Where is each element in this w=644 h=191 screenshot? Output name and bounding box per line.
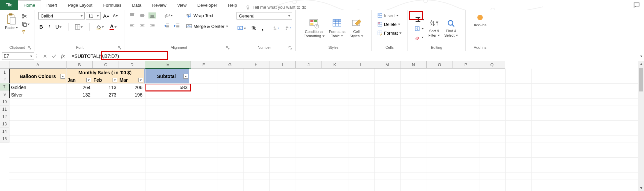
- comma-button[interactable]: ,: [261, 24, 264, 33]
- font-dialog-launcher[interactable]: [117, 45, 122, 50]
- enter-formula-button[interactable]: [51, 53, 57, 59]
- cell-E9[interactable]: [144, 91, 189, 99]
- row-header-12[interactable]: 12: [0, 113, 9, 120]
- format-painter-button[interactable]: [21, 29, 31, 36]
- align-center-button[interactable]: [138, 23, 146, 29]
- row-header-10[interactable]: 10: [0, 98, 9, 106]
- align-top-button[interactable]: [128, 12, 136, 18]
- cell-D7[interactable]: 206: [118, 84, 144, 91]
- shrink-font-button[interactable]: A▼: [112, 13, 119, 19]
- tell-me[interactable]: [246, 5, 326, 10]
- align-right-button[interactable]: [148, 23, 156, 29]
- font-name-combo[interactable]: Calibri: [38, 12, 85, 20]
- hdr-jan[interactable]: Jan: [66, 76, 92, 84]
- align-bottom-button[interactable]: [148, 12, 156, 18]
- cut-button[interactable]: [21, 13, 31, 20]
- vertical-scrollbar[interactable]: [638, 61, 644, 191]
- hdr-mar[interactable]: Mar: [118, 76, 144, 84]
- find-select-button[interactable]: Find & Select: [443, 18, 460, 38]
- col-header-F[interactable]: F: [191, 61, 217, 69]
- row-header-9[interactable]: 9: [0, 91, 9, 98]
- tab-help[interactable]: Help: [223, 1, 243, 10]
- cell-A7[interactable]: Golden: [10, 84, 66, 91]
- col-header-M[interactable]: M: [374, 61, 400, 69]
- cell-A9[interactable]: Silver: [10, 91, 66, 99]
- delete-cells-button[interactable]: Delete: [376, 21, 402, 28]
- sort-filter-button[interactable]: AZ Sort & Filter: [427, 18, 442, 38]
- col-header-P[interactable]: P: [453, 61, 479, 69]
- addins-button[interactable]: Add-ins: [472, 12, 487, 28]
- paste-button[interactable]: Paste: [4, 12, 19, 31]
- col-header-C[interactable]: C: [93, 61, 119, 69]
- cell-E7[interactable]: 583: [144, 84, 189, 91]
- filter-jan[interactable]: [86, 78, 91, 82]
- row-header-2[interactable]: 2: [0, 76, 9, 83]
- col-header-E[interactable]: E: [145, 61, 191, 69]
- row-header-15[interactable]: 15: [0, 135, 9, 143]
- tab-data[interactable]: Data: [127, 1, 146, 10]
- merge-center-button[interactable]: Merge & Center: [185, 23, 229, 30]
- col-header-J[interactable]: J: [296, 61, 322, 69]
- cell-C7[interactable]: 113: [92, 84, 118, 91]
- row-header-11[interactable]: 11: [0, 106, 9, 113]
- tab-file[interactable]: File: [0, 0, 18, 10]
- number-dialog-launcher[interactable]: [288, 45, 293, 50]
- cell-D9[interactable]: 196: [118, 91, 144, 99]
- decrease-indent-button[interactable]: [163, 23, 171, 29]
- grow-font-button[interactable]: A▲: [102, 12, 111, 20]
- row-header-7[interactable]: 7: [0, 83, 9, 91]
- tab-view[interactable]: View: [172, 1, 192, 10]
- col-header-H[interactable]: H: [243, 61, 269, 69]
- formula-bar-expand[interactable]: [638, 51, 644, 61]
- cell-styles-button[interactable]: Cell Styles: [348, 17, 365, 39]
- tab-home[interactable]: Home: [18, 0, 41, 10]
- percent-button[interactable]: %: [251, 25, 257, 32]
- row-header-14[interactable]: 14: [0, 128, 9, 135]
- clear-button[interactable]: [414, 34, 426, 41]
- clipboard-dialog-launcher[interactable]: [27, 45, 32, 50]
- decrease-decimal-button[interactable]: .00.0: [285, 25, 293, 32]
- row-header-13[interactable]: 13: [0, 120, 9, 128]
- insert-function-button[interactable]: fx: [60, 52, 66, 60]
- format-as-table-button[interactable]: Format as Table: [328, 17, 347, 39]
- row-header-1[interactable]: 1: [0, 69, 9, 76]
- cells-canvas[interactable]: Balloon Colours Monthly Sales ( in '00 $…: [9, 69, 638, 191]
- format-cells-button[interactable]: Format: [376, 30, 403, 36]
- insert-cells-button[interactable]: Insert: [376, 12, 400, 19]
- bold-button[interactable]: B: [38, 23, 44, 30]
- tab-insert[interactable]: Insert: [41, 1, 63, 10]
- col-header-O[interactable]: O: [427, 61, 453, 69]
- select-all-corner[interactable]: [0, 61, 9, 69]
- number-format-combo[interactable]: General: [237, 12, 292, 20]
- formula-input[interactable]: [69, 52, 638, 61]
- borders-button[interactable]: [74, 24, 84, 30]
- copy-button[interactable]: [21, 21, 31, 28]
- filter-feb[interactable]: [113, 78, 117, 82]
- hdr-feb[interactable]: Feb: [92, 76, 118, 84]
- scroll-down-button[interactable]: [638, 185, 644, 191]
- accounting-format-button[interactable]: [237, 25, 247, 32]
- wrap-text-button[interactable]: ab Wrap Text: [185, 12, 229, 19]
- filter-mar[interactable]: [138, 78, 143, 82]
- orientation-button[interactable]: ab: [163, 12, 174, 19]
- col-header-N[interactable]: N: [400, 61, 427, 69]
- alignment-dialog-launcher[interactable]: [225, 45, 230, 50]
- cell-B9[interactable]: 132: [66, 91, 92, 99]
- tab-page-layout[interactable]: Page Layout: [62, 1, 98, 10]
- italic-button[interactable]: I: [47, 23, 51, 30]
- col-header-K[interactable]: K: [322, 61, 348, 69]
- col-header-G[interactable]: G: [217, 61, 243, 69]
- col-header-Q[interactable]: Q: [479, 61, 505, 69]
- cancel-formula-button[interactable]: [42, 53, 48, 59]
- font-size-combo[interactable]: 11: [86, 12, 101, 20]
- tab-formulas[interactable]: Formulas: [98, 1, 127, 10]
- tell-me-input[interactable]: [252, 5, 326, 10]
- align-middle-button[interactable]: [138, 12, 146, 18]
- scroll-up-button[interactable]: [638, 61, 644, 67]
- col-header-I[interactable]: I: [269, 61, 296, 69]
- conditional-formatting-button[interactable]: Conditional Formatting: [302, 17, 326, 39]
- tab-review[interactable]: Review: [147, 1, 172, 10]
- align-left-button[interactable]: [128, 23, 136, 29]
- fill-button[interactable]: [414, 25, 426, 32]
- increase-indent-button[interactable]: [173, 23, 181, 29]
